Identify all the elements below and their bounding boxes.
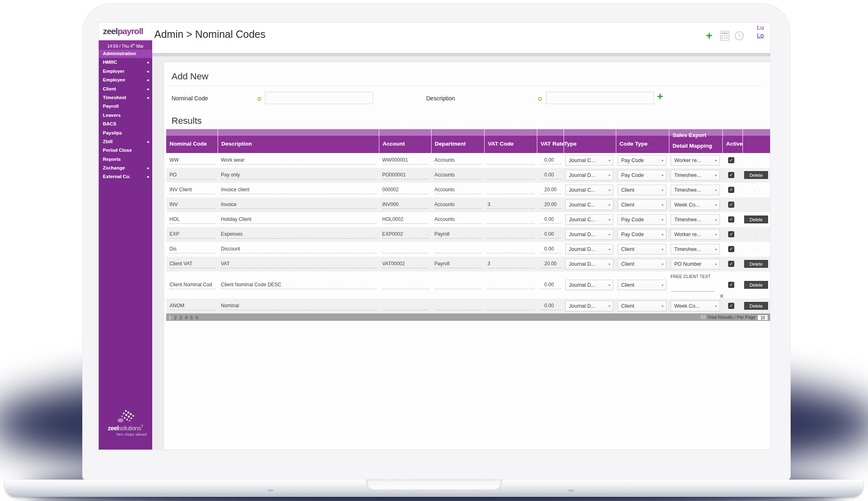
- sidebar-item-payslips[interactable]: Payslips: [99, 129, 152, 137]
- sidebar-item-zbill[interactable]: Zbill◀: [99, 137, 152, 146]
- account-cell-value[interactable]: HOL0002: [382, 215, 429, 224]
- calculator-icon[interactable]: [720, 30, 730, 43]
- code-type-select[interactable]: Pay Code▼: [617, 229, 666, 240]
- vat-rate-cell-value[interactable]: 0.00: [540, 281, 561, 289]
- page-number-2[interactable]: 2: [174, 315, 176, 320]
- type-select[interactable]: Journal C...▼: [565, 185, 613, 195]
- account-cell-value[interactable]: [382, 245, 429, 253]
- sidebar-item-period-close[interactable]: Period Close: [99, 146, 152, 155]
- type-select[interactable]: Journal D...▼: [565, 280, 613, 290]
- department-cell-value[interactable]: Accounts: [434, 200, 482, 209]
- type-select[interactable]: Journal C...▼: [565, 199, 613, 210]
- sidebar-item-external-co-[interactable]: External Co.◀: [99, 172, 152, 181]
- department-cell-value[interactable]: [434, 302, 482, 310]
- active-checkbox[interactable]: ✓: [728, 303, 734, 309]
- vat-rate-cell-value[interactable]: 20.00: [540, 186, 561, 194]
- vat-rate-cell-value[interactable]: 0.00: [540, 156, 561, 165]
- mapping-select[interactable]: Timeshee...▼: [671, 185, 720, 195]
- type-select[interactable]: Journal D...▼: [565, 259, 613, 269]
- code-type-select[interactable]: Client▼: [617, 244, 666, 255]
- remove-mapping-icon[interactable]: ✕: [719, 293, 724, 299]
- nominal-code-cell-value[interactable]: PO: [169, 171, 215, 179]
- free-text-input[interactable]: [671, 291, 715, 292]
- clock-icon[interactable]: [734, 31, 744, 42]
- active-checkbox[interactable]: ✓: [728, 216, 734, 223]
- account-cell-value[interactable]: PO000001: [382, 171, 429, 179]
- delete-button[interactable]: Delete: [744, 216, 768, 223]
- department-cell-value[interactable]: [434, 245, 482, 253]
- nominal-code-cell-value[interactable]: Dis: [169, 245, 215, 253]
- sidebar-item-zxchange[interactable]: Zxchange◀: [99, 164, 152, 172]
- description-cell-value[interactable]: VAT: [221, 260, 376, 268]
- type-select[interactable]: Journal D...▼: [565, 170, 613, 181]
- vat-code-cell-value[interactable]: [487, 245, 534, 253]
- vat-code-cell-value[interactable]: [487, 230, 534, 239]
- active-checkbox[interactable]: ✓: [728, 187, 734, 193]
- nominal-code-input[interactable]: [265, 92, 373, 104]
- active-checkbox[interactable]: ✓: [728, 282, 734, 288]
- page-number-1[interactable]: 1: [169, 315, 171, 320]
- nominal-code-cell-value[interactable]: INV Client: [169, 186, 215, 194]
- nominal-code-cell-value[interactable]: Client VAT: [169, 260, 215, 268]
- vat-rate-cell-value[interactable]: 0.00: [540, 302, 561, 310]
- nominal-code-cell-value[interactable]: EXP: [169, 230, 215, 239]
- sidebar-item-payroll[interactable]: Payroll: [99, 102, 152, 111]
- type-select[interactable]: Journal D...▼: [565, 229, 613, 240]
- department-cell-value[interactable]: [434, 281, 482, 289]
- sidebar-item-hmrc[interactable]: HMRC◀: [99, 58, 152, 67]
- mapping-select[interactable]: Worker re...▼: [671, 229, 720, 240]
- vat-code-cell-value[interactable]: [487, 156, 534, 165]
- active-checkbox[interactable]: ✓: [728, 246, 734, 252]
- account-cell-value[interactable]: VAT00002: [382, 260, 429, 268]
- account-cell-value[interactable]: 000002: [382, 186, 429, 194]
- vat-code-cell-value[interactable]: 3: [487, 260, 534, 268]
- delete-button[interactable]: Delete: [744, 281, 768, 289]
- vat-code-cell-value[interactable]: [487, 281, 534, 289]
- vat-rate-cell-value[interactable]: 0.00: [540, 245, 561, 253]
- type-select[interactable]: Journal D...▼: [565, 244, 613, 255]
- description-cell-value[interactable]: Pay only: [221, 171, 376, 179]
- description-cell-value[interactable]: Work wear: [221, 156, 376, 165]
- sidebar-item-client[interactable]: Client◀: [99, 85, 152, 93]
- active-checkbox[interactable]: ✓: [728, 202, 734, 208]
- mapping-select[interactable]: Week Co...▼: [671, 199, 720, 210]
- nominal-code-cell-value[interactable]: INV: [169, 200, 215, 209]
- active-checkbox[interactable]: ✓: [728, 172, 734, 178]
- toolbar-add-icon[interactable]: +: [706, 30, 713, 42]
- account-cell-value[interactable]: INV000: [382, 200, 429, 209]
- account-cell-value[interactable]: EXP0002: [382, 230, 429, 239]
- mapping-select[interactable]: Timeshee...▼: [671, 244, 720, 255]
- department-cell-value[interactable]: Accounts: [434, 171, 482, 179]
- description-cell-value[interactable]: Discount: [221, 245, 376, 253]
- type-select[interactable]: Journal C...▼: [565, 214, 613, 225]
- description-cell-value[interactable]: Holiday Client: [221, 215, 376, 224]
- account-cell-value[interactable]: WW000001: [382, 156, 429, 165]
- sidebar-item-administration[interactable]: Administration: [99, 49, 152, 58]
- code-type-select[interactable]: Client▼: [617, 185, 666, 195]
- department-cell-value[interactable]: Accounts: [434, 215, 482, 224]
- department-cell-value[interactable]: Payroll: [434, 230, 482, 239]
- brand-logo[interactable]: zeelpayroll: [99, 23, 152, 40]
- description-cell-value[interactable]: Expenses: [221, 230, 376, 239]
- account-cell-value[interactable]: [382, 302, 429, 310]
- vat-code-cell-value[interactable]: [487, 302, 534, 310]
- sidebar-item-leavers[interactable]: Leavers: [99, 111, 152, 120]
- code-type-select[interactable]: Pay Code▼: [617, 155, 666, 166]
- vat-rate-cell-value[interactable]: 0.00: [540, 230, 561, 239]
- logout-link[interactable]: Lo: [757, 31, 770, 39]
- mapping-select[interactable]: Timeshee...▼: [671, 214, 720, 225]
- department-cell-value[interactable]: Payroll: [434, 260, 482, 268]
- department-cell-value[interactable]: Accounts: [434, 186, 482, 194]
- vat-rate-cell-value[interactable]: 0.00: [540, 215, 561, 224]
- code-type-select[interactable]: Client▼: [617, 259, 666, 269]
- nominal-code-cell-value[interactable]: WW: [169, 156, 215, 165]
- per-page-input[interactable]: [757, 315, 768, 320]
- sidebar-item-reports[interactable]: Reports: [99, 155, 152, 164]
- account-cell-value[interactable]: [382, 281, 429, 289]
- code-type-select[interactable]: Client▼: [617, 280, 666, 290]
- vat-code-cell-value[interactable]: [487, 215, 534, 224]
- active-checkbox[interactable]: ✓: [728, 157, 734, 163]
- nominal-code-cell-value[interactable]: HOL: [169, 215, 215, 224]
- vat-code-cell-value[interactable]: [487, 171, 534, 179]
- code-type-select[interactable]: Client▼: [617, 199, 666, 210]
